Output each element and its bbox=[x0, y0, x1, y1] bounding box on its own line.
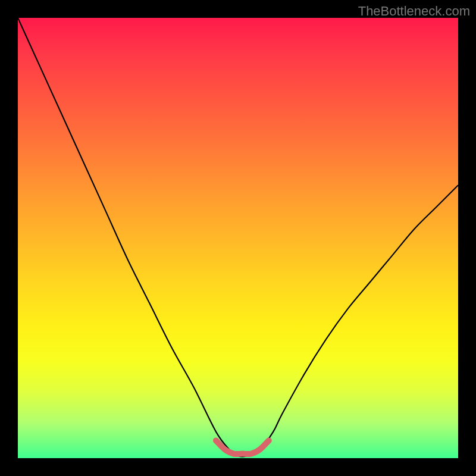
watermark-text: TheBottleneck.com bbox=[358, 4, 470, 19]
bottleneck-curve bbox=[18, 18, 458, 457]
chart-svg bbox=[18, 18, 458, 458]
